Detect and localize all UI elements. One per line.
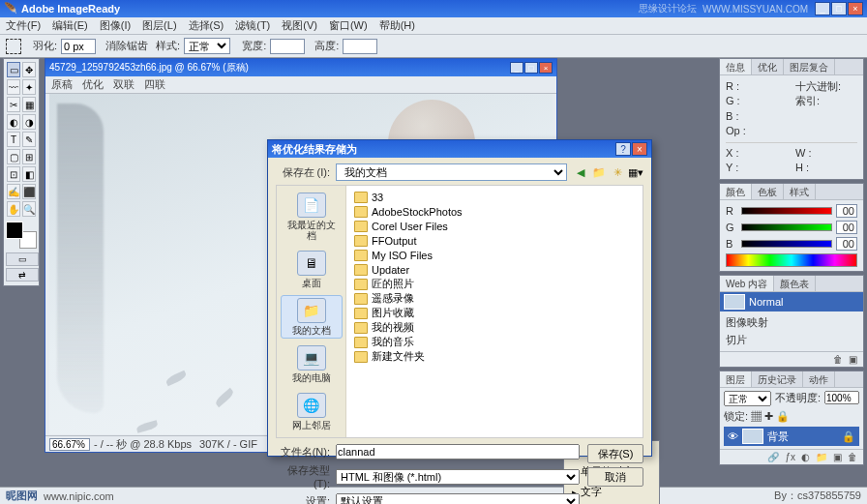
- file-item[interactable]: My ISO Files: [352, 248, 637, 262]
- file-item[interactable]: 我的视频: [352, 320, 637, 335]
- doc-maximize-button[interactable]: □: [524, 62, 538, 74]
- filetype-select[interactable]: HTML 和图像 (*.html): [336, 469, 580, 485]
- bucket-tool[interactable]: ⬛: [22, 184, 36, 199]
- trash-icon[interactable]: 🗑: [833, 354, 843, 365]
- newfolder-icon[interactable]: ✳: [610, 164, 625, 180]
- g-value[interactable]: 00: [836, 221, 857, 234]
- cancel-button[interactable]: 取消: [587, 467, 643, 487]
- new-icon[interactable]: ▣: [849, 354, 857, 365]
- place-mydocs[interactable]: 📁我的文档: [281, 295, 343, 339]
- file-item[interactable]: 新建文件夹: [352, 349, 637, 364]
- menu-layer[interactable]: 图层(L): [142, 18, 176, 33]
- web-slice[interactable]: 切片: [726, 333, 857, 347]
- lasso-tool[interactable]: 〰: [7, 79, 20, 95]
- place-recent[interactable]: 📄我最近的文档: [281, 190, 343, 244]
- file-item[interactable]: 遥感录像: [352, 291, 637, 306]
- width-input[interactable]: [270, 39, 305, 54]
- tab-optimized[interactable]: 优化: [82, 77, 104, 92]
- lock-all-icon[interactable]: 🔒: [776, 410, 790, 422]
- maximize-button[interactable]: □: [831, 2, 847, 15]
- up-icon[interactable]: 📁: [591, 164, 607, 180]
- b-value[interactable]: 00: [836, 237, 857, 251]
- tab-webcontent[interactable]: Web 内容: [720, 276, 774, 291]
- link-icon[interactable]: 🔗: [767, 452, 779, 462]
- tab-history[interactable]: 历史记录: [752, 371, 803, 387]
- web-normal-item[interactable]: Normal: [720, 292, 863, 311]
- place-network[interactable]: 🌐网上邻居: [281, 390, 343, 433]
- color-swatches[interactable]: [6, 222, 37, 249]
- minimize-button[interactable]: _: [815, 2, 830, 15]
- eyedropper-tool[interactable]: ✍: [7, 184, 20, 199]
- settings-select[interactable]: 默认设置: [336, 493, 580, 504]
- eraser-tool[interactable]: ◧: [22, 166, 36, 182]
- jump-to-ps[interactable]: ⇄: [6, 268, 39, 282]
- file-list[interactable]: 33AdobeStockPhotosCorel User FilesFFOutp…: [346, 186, 643, 437]
- marquee-tool[interactable]: ▭: [7, 62, 20, 77]
- b-slider[interactable]: [741, 240, 832, 248]
- lock-pixels-icon[interactable]: ▦: [751, 410, 762, 422]
- save-button[interactable]: 保存(S): [587, 444, 643, 463]
- tab-colortable[interactable]: 颜色表: [774, 276, 816, 291]
- doc-close-button[interactable]: ×: [539, 62, 553, 74]
- back-icon[interactable]: ◀: [573, 164, 588, 180]
- zoom-tool[interactable]: 🔍: [22, 201, 36, 217]
- file-item[interactable]: 我的音乐: [352, 335, 637, 349]
- slice-select-tool[interactable]: ▦: [22, 97, 36, 112]
- tab-color[interactable]: 颜色: [720, 184, 752, 199]
- file-item[interactable]: FFOutput: [352, 233, 637, 248]
- style-select[interactable]: 正常: [184, 38, 230, 54]
- menu-help[interactable]: 帮助(H): [379, 18, 415, 33]
- shape-tool[interactable]: ▢: [7, 149, 20, 164]
- place-desktop[interactable]: 🖥桌面: [281, 248, 343, 291]
- doc-minimize-button[interactable]: _: [510, 62, 523, 74]
- menu-filter[interactable]: 滤镜(T): [235, 18, 270, 33]
- web-imagemap[interactable]: 图像映射: [726, 315, 857, 330]
- document-titlebar[interactable]: 45729_1259792453zh66.jpg @ 66.67% (原稿) _…: [45, 59, 556, 76]
- savein-select[interactable]: 我的文档: [336, 163, 567, 181]
- tab-swatches[interactable]: 色板: [752, 184, 784, 199]
- dialog-help-button[interactable]: ?: [615, 142, 631, 156]
- file-item[interactable]: 33: [352, 190, 637, 204]
- folder-icon[interactable]: 📁: [816, 452, 827, 462]
- tab-info[interactable]: 信息: [720, 59, 752, 74]
- file-item[interactable]: Updater: [352, 262, 637, 277]
- crop-tool[interactable]: ⊡: [7, 166, 20, 182]
- zoom-input[interactable]: [49, 438, 90, 451]
- tab-actions[interactable]: 动作: [803, 371, 835, 387]
- tab-layercomp[interactable]: 图层复合: [784, 59, 835, 74]
- fg-color[interactable]: [6, 222, 23, 239]
- tab-original[interactable]: 原稿: [51, 77, 73, 92]
- g-slider[interactable]: [741, 223, 832, 231]
- file-item[interactable]: Corel User Files: [352, 219, 637, 233]
- mask-icon[interactable]: ◐: [801, 452, 810, 462]
- menu-file[interactable]: 文件(F): [6, 18, 41, 33]
- menu-edit[interactable]: 编辑(E): [52, 18, 88, 33]
- r-slider[interactable]: [741, 207, 832, 215]
- layer-background[interactable]: 👁背景🔒: [724, 427, 859, 446]
- move-tool[interactable]: ✥: [22, 62, 36, 77]
- slice-tool[interactable]: ✂: [7, 97, 20, 112]
- lock-position-icon[interactable]: ✚: [764, 410, 773, 422]
- place-mycomputer[interactable]: 💻我的电脑: [281, 342, 343, 386]
- tab-layers[interactable]: 图层: [720, 371, 752, 387]
- filename-input[interactable]: [336, 444, 580, 460]
- tab-4up[interactable]: 四联: [144, 77, 165, 92]
- marquee-tool-icon[interactable]: [6, 39, 21, 54]
- menu-view[interactable]: 视图(V): [282, 18, 317, 33]
- menu-select[interactable]: 选择(S): [189, 18, 224, 33]
- tab-styles[interactable]: 样式: [784, 184, 816, 199]
- opacity-input[interactable]: [824, 391, 859, 404]
- dialog-titlebar[interactable]: 将优化结果存储为 ? ×: [268, 140, 651, 158]
- imagemap-tool[interactable]: ◐: [7, 114, 20, 130]
- file-item[interactable]: 图片收藏: [352, 306, 637, 320]
- tab-2up[interactable]: 双联: [113, 77, 135, 92]
- type-tool[interactable]: T: [7, 132, 20, 147]
- r-value[interactable]: 00: [836, 204, 857, 218]
- tab-tool[interactable]: ⊞: [22, 149, 36, 164]
- brush-tool[interactable]: ✎: [22, 132, 36, 147]
- menu-image[interactable]: 图像(I): [100, 18, 131, 33]
- menu-window[interactable]: 窗口(W): [329, 18, 368, 33]
- preview-toggle[interactable]: ▭: [6, 252, 39, 266]
- hand-tool[interactable]: ✋: [7, 201, 20, 217]
- close-button[interactable]: ×: [848, 2, 863, 15]
